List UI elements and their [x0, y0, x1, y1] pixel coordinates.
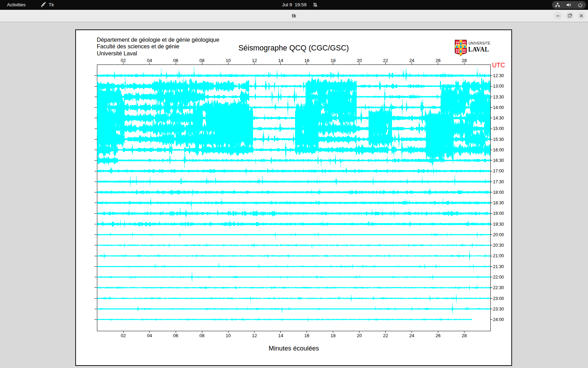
- svg-text:18: 18: [331, 333, 336, 338]
- svg-text:06: 06: [173, 333, 178, 338]
- svg-text:Séismographe QCQ (CGC/GSC): Séismographe QCQ (CGC/GSC): [238, 43, 349, 52]
- svg-text:08: 08: [200, 333, 204, 338]
- svg-text:UTC: UTC: [492, 62, 505, 69]
- svg-text:13:00: 13:00: [493, 84, 504, 89]
- svg-text:04: 04: [147, 333, 152, 338]
- svg-text:16: 16: [304, 333, 309, 338]
- svg-text:21:00: 21:00: [493, 253, 504, 258]
- svg-text:16: 16: [304, 58, 309, 63]
- svg-text:22: 22: [383, 333, 388, 338]
- svg-text:17:00: 17:00: [493, 169, 504, 173]
- svg-text:13:30: 13:30: [493, 95, 504, 100]
- svg-text:Minutes écoulées: Minutes écoulées: [269, 345, 319, 352]
- svg-text:04: 04: [147, 58, 152, 63]
- svg-text:14: 14: [278, 333, 283, 338]
- svg-text:Département de géologie et de: Département de géologie et de génie géol…: [97, 36, 219, 43]
- svg-text:24: 24: [409, 333, 414, 338]
- svg-text:22:30: 22:30: [493, 285, 504, 290]
- svg-text:10: 10: [226, 333, 231, 338]
- svg-text:28: 28: [462, 58, 467, 63]
- svg-text:14:30: 14:30: [493, 116, 504, 121]
- svg-text:19:30: 19:30: [493, 222, 504, 227]
- svg-text:12:30: 12:30: [493, 73, 504, 78]
- svg-text:15:00: 15:00: [493, 126, 504, 131]
- svg-text:23:30: 23:30: [493, 307, 504, 312]
- svg-text:UNIVERSITÉ: UNIVERSITÉ: [469, 41, 491, 45]
- svg-text:06: 06: [173, 58, 178, 63]
- svg-text:24:00: 24:00: [493, 317, 504, 322]
- svg-text:Université Laval: Université Laval: [97, 50, 137, 56]
- svg-text:26: 26: [435, 333, 440, 338]
- svg-text:08: 08: [200, 58, 204, 63]
- svg-text:12: 12: [252, 58, 257, 63]
- svg-text:12: 12: [252, 333, 257, 338]
- svg-text:02: 02: [121, 333, 126, 338]
- svg-text:26: 26: [435, 58, 440, 63]
- svg-text:14:00: 14:00: [493, 105, 504, 110]
- svg-text:18:30: 18:30: [493, 200, 504, 205]
- svg-text:28: 28: [462, 333, 467, 338]
- svg-text:20:00: 20:00: [493, 232, 504, 237]
- svg-text:18: 18: [331, 58, 336, 63]
- svg-text:20: 20: [357, 333, 362, 338]
- svg-text:17:30: 17:30: [493, 179, 504, 184]
- svg-text:16:30: 16:30: [493, 158, 504, 163]
- svg-text:Faculté des sciences et de gén: Faculté des sciences et de génie: [97, 43, 180, 49]
- svg-text:19:00: 19:00: [493, 211, 504, 216]
- svg-text:23:00: 23:00: [493, 296, 504, 301]
- svg-text:22:00: 22:00: [493, 275, 504, 280]
- svg-text:18:00: 18:00: [493, 190, 504, 195]
- svg-text:21:30: 21:30: [493, 264, 504, 269]
- svg-text:22: 22: [383, 58, 388, 63]
- svg-text:LAVAL: LAVAL: [468, 46, 489, 53]
- svg-text:20: 20: [357, 58, 362, 63]
- svg-text:10: 10: [226, 58, 231, 63]
- svg-text:02: 02: [121, 58, 126, 63]
- svg-text:14: 14: [278, 58, 283, 63]
- svg-text:15:30: 15:30: [493, 137, 504, 142]
- svg-text:24: 24: [409, 58, 414, 63]
- svg-text:20:30: 20:30: [493, 243, 504, 248]
- svg-text:16:00: 16:00: [493, 148, 504, 152]
